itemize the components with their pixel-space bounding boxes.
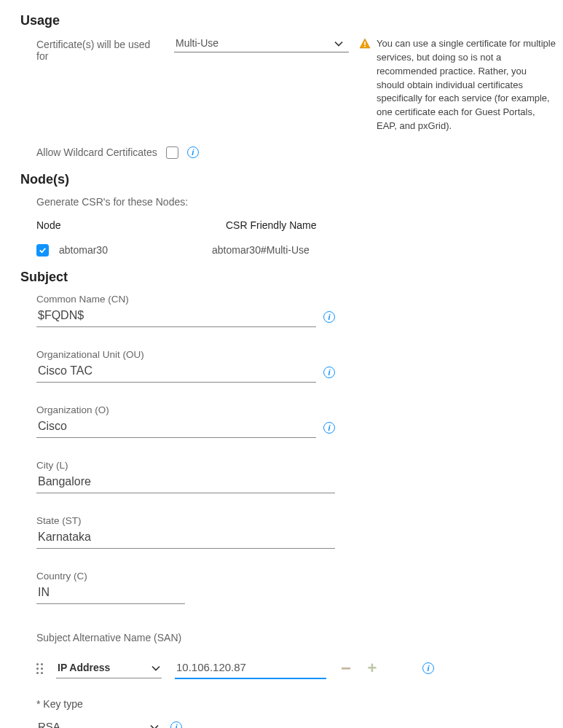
c-input[interactable] [36,584,185,604]
chevron-down-icon [151,663,160,672]
info-icon[interactable]: i [170,721,182,728]
node-name: abtomar30 [59,244,202,256]
san-type-select[interactable]: IP Address [56,659,162,678]
info-icon[interactable]: i [422,662,434,674]
cn-input[interactable] [36,308,316,327]
info-icon[interactable]: i [323,367,335,378]
warning-icon [359,38,371,52]
usage-select[interactable]: Multi-Use [174,37,349,52]
o-label: Organization (O) [36,404,335,415]
key-type-select[interactable]: RSA [36,717,160,728]
node-csr-name: abtomar30#Multi-Use [212,244,310,256]
san-value-input[interactable] [175,658,326,679]
wildcard-label: Allow Wildcard Certificates [36,146,157,158]
svg-rect-0 [364,42,366,45]
chevron-down-icon [334,39,343,47]
svg-rect-1 [364,46,366,47]
usage-heading: Usage [20,13,563,28]
st-input[interactable] [36,529,335,549]
usage-label: Certificate(s) will be used for [36,39,164,62]
info-icon[interactable]: i [187,146,199,158]
ou-input[interactable] [36,363,316,383]
nodes-description: Generate CSR's for these Nodes: [36,196,563,208]
usage-select-value: Multi-Use [176,37,218,49]
san-label: Subject Alternative Name (SAN) [36,632,563,643]
nodes-col-node: Node [36,219,197,231]
san-type-value: IP Address [58,662,110,673]
cn-label: Common Name (CN) [36,294,335,305]
node-row: abtomar30 abtomar30#Multi-Use [36,244,563,257]
info-icon[interactable]: i [323,422,335,434]
nodes-col-csr: CSR Friendly Name [226,219,316,231]
ou-label: Organizational Unit (OU) [36,349,335,360]
o-input[interactable] [36,418,316,438]
wildcard-checkbox[interactable] [166,146,178,159]
l-label: City (L) [36,460,335,471]
nodes-heading: Node(s) [20,172,563,187]
st-label: State (ST) [36,515,335,526]
l-input[interactable] [36,474,335,493]
subject-heading: Subject [20,270,563,285]
key-type-label: * Key type [36,698,563,710]
c-label: Country (C) [36,571,182,582]
chevron-down-icon [150,721,159,728]
node-checkbox[interactable] [36,244,49,257]
info-icon[interactable]: i [323,311,335,323]
add-san-button[interactable]: + [366,662,379,675]
remove-san-button[interactable]: − [339,662,353,675]
usage-warning-text: You can use a single certificate for mul… [377,37,556,133]
key-type-value: RSA [38,720,60,728]
drag-handle-icon[interactable] [36,663,43,674]
